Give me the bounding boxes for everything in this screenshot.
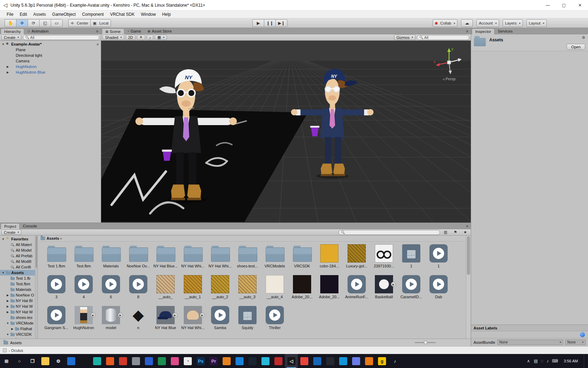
- hierarchy-item[interactable]: Directional light: [0, 53, 101, 58]
- expand-arrow[interactable]: ▼: [1, 43, 5, 46]
- tab-console[interactable]: Console: [20, 223, 40, 229]
- transform-tool-button[interactable]: ▭: [51, 19, 63, 27]
- project-asset[interactable]: ▶ NY Hat Blue...: [152, 244, 179, 275]
- expand-arrow[interactable]: ▼: [1, 271, 5, 274]
- menu-item[interactable]: Window: [138, 11, 159, 18]
- project-asset[interactable]: ▶ Luxury-gol...: [343, 244, 370, 275]
- project-asset[interactable]: ▶ Squidy: [234, 306, 261, 337]
- project-asset[interactable]: ▶ Test 1.fbm: [43, 244, 70, 275]
- taskbar-app-button[interactable]: [272, 354, 285, 368]
- scene-area-tab[interactable]: ▦ Scene: [102, 28, 124, 34]
- taskbar-app-button[interactable]: [78, 354, 91, 368]
- project-asset[interactable]: ▶ Adobe_20...: [316, 275, 343, 306]
- project-asset[interactable]: ▶ Samba: [206, 306, 234, 337]
- taskbar-app-button[interactable]: [142, 354, 155, 368]
- taskbar-app-button[interactable]: Ps: [194, 354, 207, 368]
- tab-services[interactable]: Services: [495, 28, 516, 34]
- menu-item[interactable]: Component: [79, 11, 107, 18]
- expand-arrow[interactable]: ▼: [6, 322, 9, 325]
- project-asset[interactable]: ▶ Basketball: [370, 275, 398, 306]
- thumbnail-size-slider[interactable]: [415, 342, 436, 343]
- transform-tool-button[interactable]: ⟳: [28, 19, 40, 27]
- hierarchy-item[interactable]: ▼ Example-Avatar*: [0, 41, 101, 47]
- folder-tree-item[interactable]: ▶ Flathat: [0, 326, 37, 332]
- favorites-item[interactable]: All Confli: [0, 264, 37, 270]
- taskbar-app-button[interactable]: ◁: [285, 354, 298, 368]
- project-asset[interactable]: ▶ NY Hat Whi...: [179, 244, 206, 275]
- project-asset[interactable]: ▶ Adobe_20...: [288, 275, 316, 306]
- project-asset[interactable]: ▶ NY Hat Blue: [152, 306, 179, 337]
- folder-tree-item[interactable]: ▼ Assets: [0, 270, 37, 275]
- show-desktop-button[interactable]: [584, 354, 586, 368]
- project-asset[interactable]: ▶ __auto_2: [206, 275, 234, 306]
- pivot-toggle-button[interactable]: ▣Local: [90, 19, 111, 27]
- hierarchy-create-button[interactable]: Create ▾: [1, 35, 21, 40]
- hierarchy-search-input[interactable]: All: [23, 35, 99, 40]
- menu-item[interactable]: Edit: [16, 11, 30, 18]
- tray-icon[interactable]: ▤: [534, 359, 538, 363]
- panel-menu-icon[interactable]: ≡: [464, 224, 471, 228]
- taskbar-app-button[interactable]: [91, 354, 104, 368]
- project-asset[interactable]: ▶ 1: [425, 244, 452, 275]
- taskbar-app-button[interactable]: Pr: [207, 354, 220, 368]
- folder-tree-item[interactable]: ▼ VRCMode: [0, 320, 37, 326]
- project-asset[interactable]: ▶ HughNutron: [70, 306, 97, 337]
- tab-inspector[interactable]: Inspector: [472, 28, 495, 34]
- pivot-toggle-button[interactable]: ✛Center: [68, 19, 91, 27]
- playmode-button[interactable]: ▶❙: [275, 19, 287, 27]
- close-button[interactable]: ✕: [572, 0, 588, 10]
- expand-asset-arrow[interactable]: ▶: [91, 313, 96, 318]
- project-create-button[interactable]: Create ▾: [1, 230, 21, 235]
- grid-scrollbar[interactable]: [466, 236, 471, 339]
- panel-menu-icon[interactable]: ≡: [94, 29, 101, 33]
- folder-tree-item[interactable]: ▶ NoeNoe O: [0, 292, 37, 298]
- folder-tree-item[interactable]: Test.fbm: [0, 281, 37, 287]
- gear-icon[interactable]: ⚙: [582, 35, 585, 40]
- scene-orientation-gizmo[interactable]: y x ◃ Persp: [433, 46, 465, 81]
- account-dropdown[interactable]: Account ▾: [476, 19, 499, 27]
- taskbar-app-button[interactable]: [363, 354, 376, 368]
- tab-hierarchy[interactable]: Hierarchy: [1, 28, 24, 34]
- taskbar-app-button[interactable]: [155, 354, 168, 368]
- favorites-item[interactable]: All Materi: [0, 242, 37, 247]
- project-asset[interactable]: ▶ AnimeRunF...: [343, 275, 370, 306]
- expand-arrow[interactable]: ▼: [1, 238, 5, 241]
- scene-audio-button[interactable]: ♪: [147, 35, 154, 40]
- project-asset[interactable]: ▶ NY Hat Whi...: [206, 244, 234, 275]
- taskbar-app-button[interactable]: [233, 354, 246, 368]
- assetbundle-name-dropdown[interactable]: None ▾: [497, 340, 563, 345]
- taskbar-app-button[interactable]: g: [376, 354, 388, 368]
- open-asset-button[interactable]: Open: [567, 44, 585, 50]
- cloud-services-button[interactable]: ☁: [461, 19, 473, 27]
- gizmos-dropdown[interactable]: Gizmos ▾: [394, 35, 415, 40]
- menu-item[interactable]: Assets: [30, 11, 49, 18]
- taskbar-app-button[interactable]: [246, 354, 259, 368]
- folder-tree-item[interactable]: ▼ VRCSDK: [0, 332, 37, 337]
- hierarchy-item[interactable]: ▶ HughNutron: [0, 64, 101, 69]
- taskbar-app-button[interactable]: [311, 354, 324, 368]
- taskbar-app-button[interactable]: [350, 354, 363, 368]
- favorites-filter-icon[interactable]: ★: [461, 230, 469, 234]
- project-asset[interactable]: ▶ NoeNoe Ov...: [125, 244, 152, 275]
- folder-tree-item[interactable]: ▶ NY Hat W: [0, 304, 37, 309]
- project-asset[interactable]: ▶ 8: [125, 275, 152, 306]
- layers-dropdown[interactable]: Layers ▾: [503, 19, 523, 27]
- taskbar-app-button[interactable]: [117, 354, 130, 368]
- taskbar-app-button[interactable]: [39, 354, 52, 368]
- project-asset[interactable]: ▶ 3: [43, 275, 70, 306]
- taskbar-app-button[interactable]: [298, 354, 311, 368]
- tab-project[interactable]: Project: [1, 223, 20, 229]
- slider-knob[interactable]: [424, 341, 427, 344]
- project-search-input[interactable]: [338, 230, 440, 235]
- menu-item[interactable]: Help: [159, 11, 174, 18]
- clock[interactable]: 3:56 AM: [562, 359, 580, 363]
- playmode-button[interactable]: ❙❙: [264, 19, 276, 27]
- scene-area-tab[interactable]: ▣ Asset Store: [144, 28, 175, 34]
- project-asset[interactable]: ▶ Test.fbm: [70, 244, 97, 275]
- minimize-button[interactable]: —: [540, 0, 556, 10]
- taskbar-app-button[interactable]: [65, 354, 78, 368]
- expand-asset-arrow[interactable]: ▶: [118, 313, 123, 318]
- tab-animation[interactable]: ◷ Animation: [24, 28, 52, 34]
- project-asset[interactable]: ▶ VRCSDK: [288, 244, 316, 275]
- folder-tree-item[interactable]: Materials: [0, 287, 37, 292]
